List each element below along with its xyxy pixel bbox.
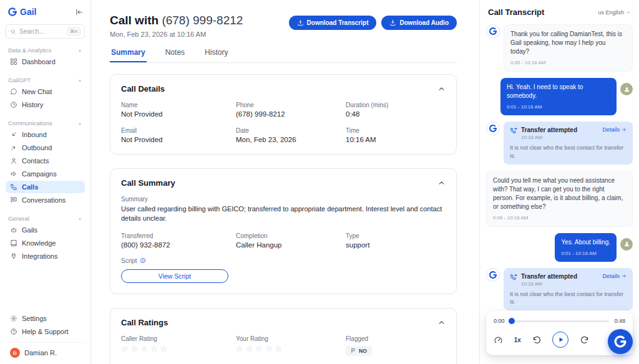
sidebar-item-new-chat[interactable]: New Chat: [6, 85, 85, 98]
transfer-card: Transfer attempted 10:16 AM Details It i…: [504, 122, 633, 164]
dashboard-icon: [10, 58, 17, 65]
sidebar-item-inbound[interactable]: Inbound: [6, 128, 85, 141]
your-rating-stars[interactable]: ☆☆☆☆☆: [236, 344, 346, 353]
sidebar-item-contacts[interactable]: Contacts: [6, 155, 85, 167]
section-general[interactable]: General: [8, 215, 82, 222]
sidebar-item-campaigns[interactable]: Campaigns: [6, 168, 85, 180]
sidebar-item-label: Help & Support: [22, 328, 69, 335]
collapse-sidebar-icon[interactable]: [75, 8, 83, 16]
flagged-value: NO: [359, 348, 367, 354]
transfer-message: Transfer attempted 10:16 AM Details It i…: [486, 268, 633, 310]
page-title: Call with (678) 999-8212: [110, 14, 243, 27]
field-duration: Duration (mins) 0:48: [346, 102, 446, 118]
field-value: 0:48: [346, 110, 446, 118]
field-label: Email: [121, 127, 236, 134]
sidebar-item-history[interactable]: History: [6, 98, 85, 111]
card-title: Call Details: [121, 84, 165, 93]
chevron-up-icon[interactable]: [437, 318, 446, 327]
section-data-analytics[interactable]: Data & Analytics: [8, 47, 82, 54]
search-input[interactable]: [19, 28, 64, 35]
message-text: Yes. About billing.: [561, 238, 610, 247]
field-time: Time 10:16 AM: [346, 127, 446, 143]
sidebar-item-label: History: [22, 101, 43, 108]
message-text: Could you tell me what you need assistan…: [493, 176, 626, 211]
help-icon: [10, 328, 17, 335]
app-logo[interactable]: Gail: [7, 7, 36, 17]
section-gailgpt[interactable]: GailGPT: [8, 77, 82, 84]
settings-icon: [10, 315, 17, 322]
message-time: 0:05 - 10:16 AM: [510, 59, 626, 66]
sidebar-item-dashboard[interactable]: Dashboard: [6, 55, 85, 68]
gail-avatar: [486, 122, 500, 135]
sidebar-item-integrations[interactable]: Integrations: [6, 250, 85, 262]
sidebar-item-calls[interactable]: Calls: [6, 181, 85, 193]
knowledge-icon: [10, 239, 17, 247]
replay-icon[interactable]: [532, 335, 542, 345]
sidebar-item-label: New Chat: [22, 88, 52, 95]
transfer-card: Transfer attempted 10:16 AM Details It i…: [504, 268, 633, 310]
arrow-right-icon: [622, 274, 627, 279]
sidebar-item-outbound[interactable]: Outbound: [6, 141, 85, 154]
transfer-details-link[interactable]: Details: [602, 273, 627, 279]
gail-widget-button[interactable]: [608, 329, 633, 354]
tab-bar: Summary Notes History: [110, 48, 457, 63]
sidebar-item-conversations[interactable]: Conversations: [6, 194, 85, 206]
user-message: Hi. Yeah. I need to speak to somebody. 0…: [486, 78, 633, 115]
gail-avatar: [486, 268, 500, 282]
section-label: Communications: [8, 120, 52, 127]
message-time: 0:01 - 10:16 AM: [561, 250, 610, 257]
section-label: General: [8, 215, 29, 222]
chevron-up-icon[interactable]: [437, 179, 446, 187]
view-script-button[interactable]: View Script: [121, 269, 228, 283]
field-email: Email Not Provided: [121, 127, 236, 143]
search-box[interactable]: ⌘K: [6, 24, 85, 39]
chevron-up-icon[interactable]: [437, 85, 446, 93]
download-transcript-label: Download Transcript: [307, 19, 369, 26]
play-button[interactable]: [552, 332, 568, 348]
seek-slider[interactable]: [510, 320, 610, 322]
contacts-icon: [10, 157, 17, 165]
sidebar-item-settings[interactable]: Settings: [6, 312, 85, 325]
field-type: Type support: [346, 232, 446, 249]
transfer-details-link[interactable]: Details: [602, 127, 627, 133]
message-time: 0:01 - 10:16 AM: [507, 103, 610, 110]
slider-knob[interactable]: [509, 318, 515, 324]
field-value: Not Provided: [121, 136, 236, 143]
forward-icon[interactable]: [580, 335, 589, 345]
field-label: Duration (mins): [346, 102, 446, 108]
language-selector[interactable]: us English: [598, 9, 631, 16]
call-transcript-panel: Call Transcript us English Thank you for…: [479, 0, 639, 364]
sidebar-item-label: Conversations: [22, 196, 66, 204]
message-text: Thank you for calling DamianTest, this i…: [510, 30, 626, 56]
section-label: GailGPT: [8, 77, 31, 84]
summary-label: Summary: [121, 196, 446, 203]
play-icon: [557, 336, 565, 343]
sidebar: Gail ⌘K Data & Analytics Dashboard GailG…: [0, 0, 91, 364]
speed-gauge-icon[interactable]: [494, 335, 503, 345]
transfer-time: 10:16 AM: [521, 135, 598, 140]
tab-notes[interactable]: Notes: [164, 48, 186, 62]
caller-rating-stars[interactable]: ☆☆☆☆☆: [121, 344, 236, 353]
download-icon: [389, 19, 396, 26]
download-audio-button[interactable]: Download Audio: [381, 16, 457, 30]
section-communications[interactable]: Communications: [8, 120, 82, 127]
card-title: Call Ratings: [121, 318, 168, 327]
field-label: Date: [236, 127, 346, 134]
phone-transfer-icon: [510, 127, 517, 135]
tab-summary[interactable]: Summary: [110, 48, 147, 62]
flagged: Flagged NO: [346, 335, 446, 357]
sidebar-item-gails[interactable]: Gails: [6, 224, 85, 236]
field-value: (678) 999-8212: [236, 110, 346, 118]
info-icon[interactable]: [140, 257, 146, 264]
download-icon: [297, 19, 304, 26]
user-menu[interactable]: D Damian R.: [6, 342, 85, 359]
sidebar-item-help-support[interactable]: Help & Support: [6, 325, 85, 338]
playback-speed[interactable]: 1x: [514, 337, 521, 343]
tab-history[interactable]: History: [203, 48, 229, 62]
field-completion: Completion Caller Hangup: [236, 232, 346, 249]
field-phone: Phone (678) 999-8212: [236, 102, 346, 118]
sidebar-item-knowledge[interactable]: Knowledge: [6, 237, 85, 249]
download-transcript-button[interactable]: Download Transcript: [289, 16, 377, 30]
transfer-message: Transfer attempted 10:16 AM Details It i…: [486, 122, 633, 164]
caret-up-icon: [77, 48, 82, 53]
